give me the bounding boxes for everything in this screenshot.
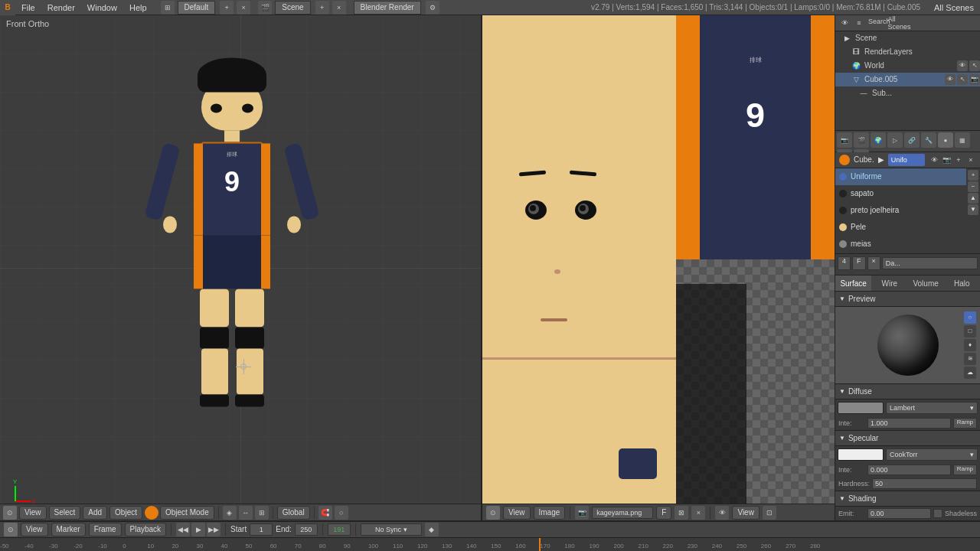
tab-halo[interactable]: Halo bbox=[944, 276, 980, 291]
end-frame-input[interactable]: 250 bbox=[295, 523, 318, 536]
uv-view2-btn[interactable]: View bbox=[732, 506, 760, 520]
select-menu-btn[interactable]: Select bbox=[49, 506, 81, 520]
close-scene-btn[interactable]: × bbox=[332, 1, 346, 15]
all-scenes-icon[interactable]: All Scenes bbox=[894, 18, 905, 28]
image-name-field[interactable]: kageyama.png bbox=[592, 507, 653, 519]
specular-header[interactable]: ▼ Specular bbox=[835, 431, 980, 446]
emit-value[interactable]: 0.00 bbox=[867, 508, 931, 519]
play-rev-btn[interactable]: ◀◀ bbox=[176, 523, 190, 536]
proportional-edit-icon[interactable]: ○ bbox=[335, 506, 348, 520]
texture-btn[interactable]: ▦ bbox=[955, 132, 970, 148]
view-icon[interactable]: 👁 bbox=[839, 18, 850, 28]
shading-header[interactable]: ▼ Shading bbox=[835, 491, 980, 507]
menu-file[interactable]: File bbox=[15, 0, 41, 15]
close-workspace-btn[interactable]: × bbox=[237, 1, 250, 15]
mat-scroll-down-btn[interactable]: ▼ bbox=[968, 204, 978, 215]
view-menu-btn[interactable]: View bbox=[19, 506, 47, 520]
mat-eye-icon[interactable]: 👁 bbox=[929, 155, 939, 165]
scene-tab[interactable]: Scene bbox=[275, 1, 310, 15]
material-btn[interactable]: ● bbox=[938, 132, 953, 148]
outliner-item-scene[interactable]: ▶ Scene bbox=[835, 31, 980, 45]
manipulator-icon[interactable]: ↔ bbox=[239, 506, 253, 520]
outliner-icon[interactable]: ≡ bbox=[854, 18, 864, 28]
world-vis-btn[interactable]: 👁 bbox=[957, 60, 968, 71]
uv-close-icon[interactable]: × bbox=[691, 506, 705, 520]
timeline-playback-btn[interactable]: Playback bbox=[125, 523, 167, 536]
menu-help[interactable]: Help bbox=[123, 0, 153, 15]
add-menu-btn[interactable]: Add bbox=[83, 506, 107, 520]
constraint-btn[interactable]: 🔗 bbox=[904, 132, 920, 148]
snap-magnet-icon[interactable]: 🧲 bbox=[318, 506, 332, 520]
material-item-2[interactable]: preto joelheira bbox=[835, 202, 966, 219]
material-item-1[interactable]: sapato bbox=[835, 185, 966, 202]
add-scene-btn[interactable]: + bbox=[315, 1, 329, 15]
diffuse-color-swatch[interactable] bbox=[838, 402, 884, 414]
scene-props-btn[interactable]: 🎬 bbox=[854, 132, 869, 148]
cube005-sel-btn[interactable]: ↖ bbox=[957, 74, 968, 85]
world-props-btn[interactable]: 🌍 bbox=[871, 132, 886, 148]
specular-shader-dropdown[interactable]: CookTorr ▾ bbox=[886, 448, 978, 461]
material-item-4[interactable]: meias bbox=[835, 236, 966, 253]
specular-inte-value[interactable]: 0.000 bbox=[867, 465, 951, 475]
modifier-btn[interactable]: 🔧 bbox=[921, 132, 936, 148]
specular-hardness-value[interactable]: 50 bbox=[872, 478, 977, 489]
mat-extra-icon[interactable]: + bbox=[953, 155, 964, 165]
layer-icon[interactable]: ⊞ bbox=[255, 506, 269, 520]
keyframe-btn[interactable]: ◆ bbox=[425, 523, 439, 536]
add-workspace-btn[interactable]: + bbox=[220, 1, 234, 15]
outliner-item-sub1[interactable]: — Sub... bbox=[835, 86, 980, 100]
material-item-3[interactable]: Pele bbox=[835, 219, 966, 236]
outliner-item-cube005[interactable]: ▽ Cube.005 👁 ↖ 📷 bbox=[835, 73, 980, 86]
menu-window[interactable]: Window bbox=[81, 0, 123, 15]
all-scenes-btn[interactable]: All Scenes bbox=[928, 0, 980, 15]
search-btn[interactable]: Search bbox=[868, 18, 890, 28]
engine-settings-icon[interactable]: ⚙ bbox=[426, 1, 439, 15]
specular-color-swatch[interactable] bbox=[838, 448, 884, 461]
object-props-btn[interactable]: ▷ bbox=[887, 132, 903, 148]
diffuse-header[interactable]: ▼ Diffuse bbox=[835, 384, 980, 399]
mat-remove-btn[interactable]: − bbox=[968, 181, 978, 192]
mode-selector[interactable]: Object Mode bbox=[160, 506, 214, 520]
preview-header[interactable]: ▼ Preview bbox=[835, 292, 980, 307]
engine-selector[interactable]: Blender Render bbox=[354, 1, 421, 15]
material-item-0[interactable]: Uniforme bbox=[835, 168, 966, 185]
timeline-frame-btn[interactable]: Frame bbox=[89, 523, 122, 536]
mat-scroll-up-btn[interactable]: ▲ bbox=[968, 193, 978, 204]
diffuse-inte-value[interactable]: 1.000 bbox=[867, 418, 951, 429]
object-menu-btn[interactable]: Object bbox=[109, 506, 142, 520]
preview-cube-btn[interactable]: □ bbox=[964, 325, 976, 337]
cube005-render-btn[interactable]: 📷 bbox=[969, 74, 980, 85]
uv-image-btn[interactable]: Image bbox=[534, 506, 566, 520]
current-frame-input[interactable]: 191 bbox=[328, 523, 351, 536]
play-fwd-btn[interactable]: ▶▶ bbox=[207, 523, 220, 536]
uv-maximize-icon[interactable]: ⊡ bbox=[763, 506, 776, 520]
slot-f-btn[interactable]: F bbox=[852, 256, 866, 270]
timeline-view-btn[interactable]: View bbox=[21, 523, 48, 536]
slot-num1[interactable]: 4 bbox=[838, 256, 851, 270]
material-type-btn[interactable]: Unifo bbox=[888, 154, 925, 166]
preview-hair-btn[interactable]: ≋ bbox=[964, 353, 976, 365]
diffuse-shader-dropdown[interactable]: Lambert ▾ bbox=[886, 402, 978, 414]
left-3d-viewport[interactable]: Front Ortho bbox=[0, 15, 482, 520]
da-btn[interactable]: Da... bbox=[882, 257, 978, 269]
render-props-btn[interactable]: 📷 bbox=[837, 132, 852, 148]
slot-x-btn[interactable]: × bbox=[867, 256, 880, 270]
pivot-icon[interactable]: ◈ bbox=[223, 506, 237, 520]
workspace-tab[interactable]: Default bbox=[178, 1, 216, 15]
preview-monkey-btn[interactable]: ♦ bbox=[964, 339, 976, 351]
tab-surface[interactable]: Surface bbox=[835, 276, 871, 291]
global-selector[interactable]: Global bbox=[277, 506, 310, 520]
mat-ren-icon[interactable]: 📷 bbox=[941, 155, 952, 165]
start-frame-input[interactable]: 1 bbox=[250, 523, 273, 536]
no-sync-dropdown[interactable]: No Sync ▾ bbox=[361, 523, 422, 536]
preview-sky-btn[interactable]: ☁ bbox=[964, 367, 976, 379]
uv-view-btn[interactable]: View bbox=[503, 506, 531, 520]
tab-volume[interactable]: Volume bbox=[908, 276, 944, 291]
preview-sphere-btn[interactable]: ○ bbox=[964, 311, 976, 324]
menu-render[interactable]: Render bbox=[41, 0, 81, 15]
play-btn[interactable]: ▶ bbox=[191, 523, 205, 536]
frame-btn[interactable]: F bbox=[656, 506, 671, 520]
outliner-item-world[interactable]: 🌍 World 👁 ↖ bbox=[835, 59, 980, 73]
world-sel-btn[interactable]: ↖ bbox=[969, 60, 980, 71]
uv-settings-icon[interactable]: ⊠ bbox=[675, 506, 688, 520]
